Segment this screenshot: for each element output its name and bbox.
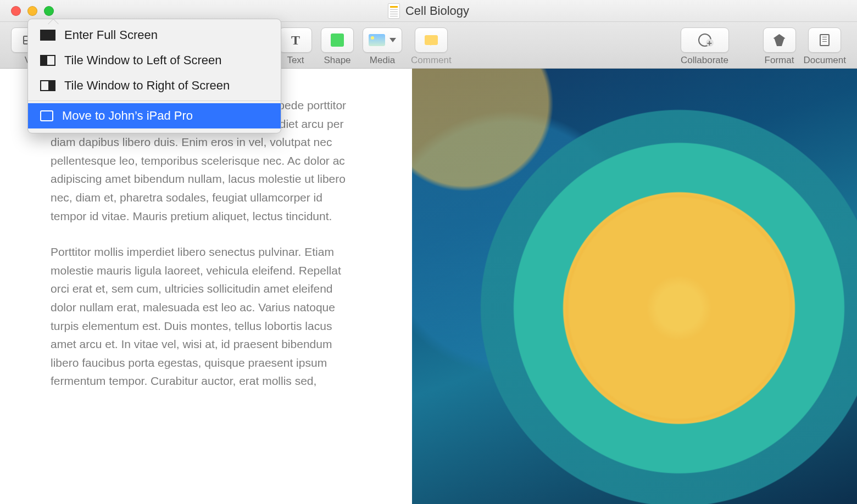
document-icon [820, 34, 830, 46]
shape-icon [331, 33, 344, 47]
fullscreen-icon [40, 30, 55, 41]
media-label: Media [370, 55, 395, 66]
tile-right-icon [40, 80, 55, 91]
body-paragraph: Porttitor mollis imperdiet libero senect… [51, 243, 358, 390]
collaborate-label: Collaborate [681, 55, 728, 66]
document-button[interactable] [808, 27, 841, 53]
comment-label: Comment [411, 55, 452, 66]
collaborate-button[interactable] [681, 27, 729, 53]
menu-item-move-to-ipad[interactable]: Move to John’s iPad Pro [28, 103, 281, 128]
document-image[interactable] [412, 69, 857, 504]
menu-item-label: Move to John’s iPad Pro [62, 109, 193, 123]
format-icon [773, 34, 786, 46]
document-page[interactable]: Arcu habitasse elementum est, ipsum puru… [0, 69, 412, 504]
window-close-button[interactable] [11, 6, 21, 16]
menu-item-enter-full-screen[interactable]: Enter Full Screen [28, 23, 281, 48]
menu-item-tile-right[interactable]: Tile Window to Right of Screen [28, 73, 281, 98]
menu-item-label: Tile Window to Left of Screen [64, 53, 222, 68]
text-button[interactable]: T [279, 27, 312, 53]
shape-button[interactable] [321, 27, 354, 53]
menu-item-label: Enter Full Screen [64, 28, 158, 42]
window-minimize-button[interactable] [27, 6, 37, 16]
chevron-down-icon [389, 38, 396, 42]
text-label: Text [287, 55, 304, 66]
menu-item-label: Tile Window to Right of Screen [64, 79, 230, 93]
format-button[interactable] [763, 27, 796, 53]
document-area: Arcu habitasse elementum est, ipsum puru… [0, 69, 857, 504]
tile-left-icon [40, 55, 55, 66]
menu-separator [28, 100, 281, 101]
text-icon: T [291, 33, 300, 47]
document-icon [388, 3, 400, 19]
shape-label: Shape [324, 55, 350, 66]
comment-icon [425, 35, 438, 45]
document-label: Document [804, 55, 846, 66]
window-title: Cell Biology [405, 4, 469, 18]
menu-item-tile-left[interactable]: Tile Window to Left of Screen [28, 48, 281, 73]
window-menu: Enter Full Screen Tile Window to Left of… [27, 19, 281, 133]
comment-button[interactable] [415, 27, 448, 53]
ipad-icon [40, 110, 53, 121]
media-button[interactable] [363, 27, 402, 53]
collaborate-icon [698, 33, 711, 47]
format-label: Format [765, 55, 794, 66]
media-icon [369, 34, 385, 46]
